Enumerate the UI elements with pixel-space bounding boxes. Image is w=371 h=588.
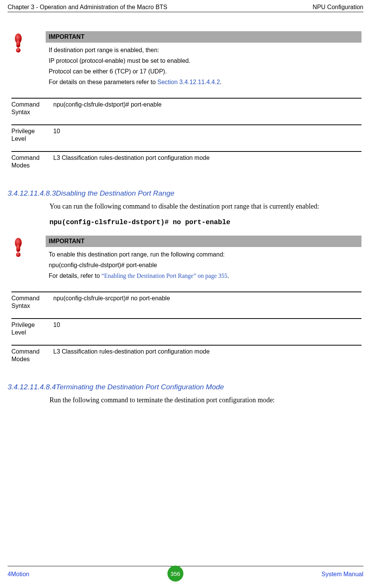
- important-text: For details, refer to “Enabling the Dest…: [49, 271, 361, 280]
- page-header: Chapter 3 - Operation and Administration…: [8, 4, 363, 12]
- field-label-modes: Command Modes: [11, 348, 53, 363]
- field-label-privilege: Privilege Level: [11, 321, 53, 336]
- field-value-syntax: npu(config-clsfrule-dstport)# port-enabl…: [53, 101, 361, 116]
- important-heading: IMPORTANT: [46, 31, 361, 43]
- field-value-syntax: npu(config-clsfrule-srcport)# no port-en…: [53, 295, 361, 310]
- page-link[interactable]: “Enabling the Destination Port Range” on…: [102, 272, 228, 279]
- section-body: You can run the following command to dis…: [49, 201, 361, 212]
- field-label-modes: Command Modes: [11, 154, 53, 169]
- important-text: To enable this destination port range, r…: [49, 250, 361, 259]
- field-value-privilege: 10: [53, 321, 361, 336]
- important-text: Protocol can be either 6 (TCP) or 17 (UD…: [49, 67, 361, 76]
- command-details-1: Command Syntax npu(config-clsfrule-dstpo…: [11, 98, 361, 178]
- header-right: NPU Configuration: [313, 4, 363, 11]
- footer-left: 4Motion: [8, 571, 29, 578]
- important-icon: [11, 236, 46, 259]
- important-block-1: IMPORTANT If destination port range is e…: [11, 31, 361, 88]
- important-block-2: IMPORTANT To enable this destination por…: [11, 236, 361, 282]
- page-footer: 4Motion 356 System Manual: [8, 566, 363, 582]
- important-text: npu(config-clsfrule-dstport)# port-enabl…: [49, 261, 361, 270]
- section-heading-disable-port-range: 3.4.12.11.4.8.3Disabling the Destination…: [8, 189, 361, 198]
- field-value-modes: L3 Classification rules-destination port…: [53, 348, 361, 363]
- header-left: Chapter 3 - Operation and Administration…: [8, 4, 167, 11]
- important-text: For details on these parameters refer to…: [49, 78, 361, 87]
- svg-point-2: [16, 48, 21, 53]
- important-icon: [11, 31, 46, 54]
- page-number: 356: [167, 566, 183, 582]
- field-label-privilege: Privilege Level: [11, 127, 53, 143]
- footer-right: System Manual: [322, 571, 363, 578]
- command-details-2: Command Syntax npu(config-clsfrule-srcpo…: [11, 292, 361, 371]
- important-text: IP protocol (protocol-enable) must be se…: [49, 56, 361, 65]
- section-body: Run the following command to terminate t…: [49, 395, 361, 405]
- field-value-privilege: 10: [53, 127, 361, 143]
- field-label-syntax: Command Syntax: [11, 295, 53, 310]
- important-heading: IMPORTANT: [46, 236, 361, 247]
- svg-point-5: [16, 252, 21, 257]
- section-link[interactable]: Section 3.4.12.11.4.4.2: [157, 79, 220, 85]
- important-text: If destination port range is enabled, th…: [49, 46, 361, 55]
- field-value-modes: L3 Classification rules-destination port…: [53, 154, 361, 169]
- svg-rect-4: [16, 244, 20, 252]
- section-heading-terminate-port-mode: 3.4.12.11.4.8.4Terminating the Destinati…: [8, 383, 361, 391]
- svg-rect-1: [16, 39, 20, 48]
- field-label-syntax: Command Syntax: [11, 101, 53, 116]
- footer-center: 356: [167, 566, 183, 582]
- command-code: npu(config-clsfrule-dstport)# no port-en…: [49, 218, 361, 226]
